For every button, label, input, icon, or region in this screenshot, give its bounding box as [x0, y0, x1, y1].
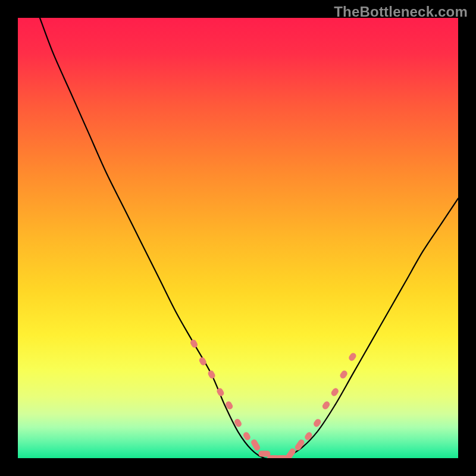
curve-marker	[330, 387, 340, 397]
curve-marker	[294, 439, 306, 452]
curve-marker	[207, 369, 217, 380]
curve-marker	[321, 400, 331, 411]
curve-marker	[285, 447, 297, 458]
watermark-text: TheBottleneck.com	[334, 4, 468, 20]
marker-group	[189, 339, 357, 458]
curve-layer	[18, 18, 458, 458]
curve-marker	[347, 352, 357, 362]
plot-area	[18, 18, 458, 458]
chart-frame: TheBottleneck.com	[0, 0, 476, 476]
curve-marker	[339, 369, 348, 380]
curve-marker	[303, 431, 313, 441]
curve-path	[40, 18, 458, 458]
curve-marker	[189, 339, 199, 349]
